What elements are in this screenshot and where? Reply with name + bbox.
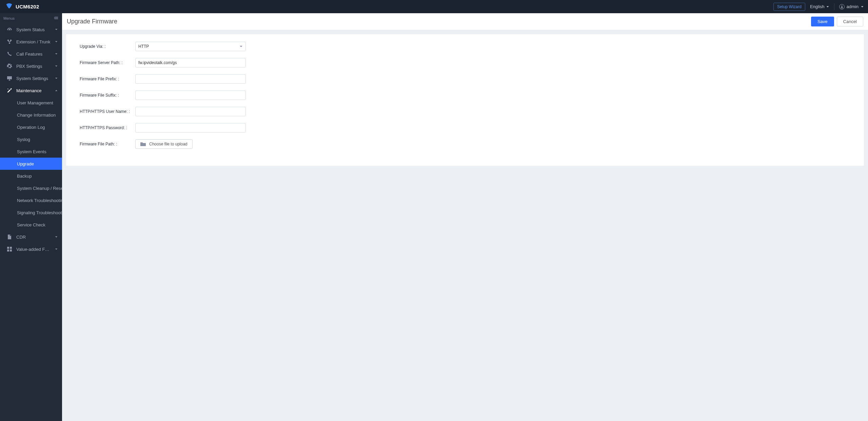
chevron-down-icon — [55, 52, 58, 56]
label-upgrade-via: Upgrade Via: : — [80, 44, 135, 49]
input-server-path[interactable] — [135, 58, 246, 67]
sidebar: Menus System Status Extension / Trunk Ca… — [0, 13, 62, 421]
sidebar-sub-backup[interactable]: Backup — [0, 170, 62, 182]
grid-icon — [7, 246, 12, 252]
sidebar-item-label: Call Features — [16, 52, 51, 57]
chevron-down-icon — [55, 64, 58, 68]
sidebar-sub-syslog[interactable]: Syslog — [0, 133, 62, 145]
chevron-down-icon — [55, 247, 58, 251]
chevron-down-icon — [826, 5, 829, 8]
chevron-down-icon — [55, 235, 58, 239]
network-icon — [7, 39, 12, 44]
label-file-prefix: Firmware File Prefix: : — [80, 77, 135, 81]
chevron-down-icon — [55, 28, 58, 31]
folder-icon — [140, 142, 146, 146]
sidebar-item-value-added[interactable]: Value-added Features — [0, 243, 62, 255]
chevron-down-icon — [861, 5, 864, 8]
sidebar-sub-network-troubleshoot[interactable]: Network Troubleshooting — [0, 194, 62, 206]
sidebar-sub-service-check[interactable]: Service Check — [0, 219, 62, 231]
sidebar-item-maintenance[interactable]: Maintenance — [0, 84, 62, 97]
sidebar-sub-operation-log[interactable]: Operation Log — [0, 121, 62, 133]
setup-wizard-button[interactable]: Setup Wizard — [773, 3, 805, 11]
sidebar-item-label: Extension / Trunk — [16, 39, 51, 44]
chevron-up-icon — [55, 89, 58, 92]
sidebar-item-label: System Status — [16, 27, 51, 32]
sidebar-item-pbx-settings[interactable]: PBX Settings — [0, 60, 62, 72]
sidebar-sub-signaling-troubleshoot[interactable]: Signaling Troubleshooting — [0, 206, 62, 219]
sidebar-sub-change-information[interactable]: Change Information — [0, 109, 62, 121]
label-file-path: Firmware File Path: : — [80, 142, 135, 146]
sidebar-sub-upgrade[interactable]: Upgrade — [0, 158, 62, 170]
label-server-path: Firmware Server Path: : — [80, 60, 135, 65]
user-name: admin — [847, 4, 859, 9]
sidebar-item-cdr[interactable]: CDR — [0, 231, 62, 243]
sidebar-item-label: CDR — [16, 235, 51, 240]
user-menu[interactable]: admin — [839, 4, 864, 9]
svg-point-0 — [841, 5, 843, 7]
chevron-down-icon — [55, 77, 58, 80]
input-file-prefix[interactable] — [135, 74, 246, 84]
sidebar-item-extension-trunk[interactable]: Extension / Trunk — [0, 36, 62, 48]
logo-area: UCM6202 — [5, 2, 39, 11]
language-label: English — [810, 4, 825, 9]
input-http-user[interactable] — [135, 107, 246, 116]
input-file-suffix[interactable] — [135, 91, 246, 100]
input-http-password[interactable] — [135, 123, 246, 133]
sidebar-item-system-status[interactable]: System Status — [0, 23, 62, 36]
brand-logo-icon — [5, 2, 13, 11]
gauge-icon — [7, 27, 12, 32]
sidebar-sub-system-events[interactable]: System Events — [0, 145, 62, 158]
file-icon — [7, 234, 12, 240]
page-header: Upgrade Firmware Save Cancel — [62, 13, 868, 30]
sidebar-item-label: Maintenance — [16, 88, 51, 93]
sidebar-item-label: PBX Settings — [16, 64, 51, 69]
language-selector[interactable]: English — [810, 4, 829, 9]
wrench-icon — [7, 88, 12, 93]
label-http-password: HTTP/HTTPS Password: : — [80, 125, 135, 130]
label-file-suffix: Firmware File Suffix: : — [80, 93, 135, 98]
sidebar-sub-user-management[interactable]: User Management — [0, 97, 62, 109]
sidebar-item-label: System Settings — [16, 76, 51, 81]
page-title: Upgrade Firmware — [67, 18, 117, 25]
sidebar-item-label: Value-added Features — [16, 247, 51, 252]
product-name: UCM6202 — [16, 4, 39, 9]
sidebar-header: Menus — [0, 13, 62, 23]
label-http-user: HTTP/HTTPS User Name: : — [80, 109, 135, 114]
sidebar-item-call-features[interactable]: Call Features — [0, 48, 62, 60]
sidebar-item-system-settings[interactable]: System Settings — [0, 72, 62, 84]
chevron-down-icon — [55, 40, 58, 43]
phone-icon — [7, 51, 12, 57]
save-button[interactable]: Save — [811, 17, 834, 26]
select-upgrade-via-value[interactable] — [135, 42, 246, 51]
monitor-icon — [7, 76, 12, 81]
collapse-sidebar-icon[interactable] — [54, 16, 59, 21]
form-panel: Upgrade Via: : Firmware Server Path: : F… — [66, 34, 864, 166]
header-divider — [834, 3, 834, 10]
choose-file-button[interactable]: Choose file to upload — [135, 139, 193, 149]
cancel-button[interactable]: Cancel — [837, 17, 863, 26]
gear-icon — [7, 63, 12, 69]
choose-file-label: Choose file to upload — [149, 142, 188, 146]
sidebar-sub-system-cleanup[interactable]: System Cleanup / Reset — [0, 182, 62, 194]
select-upgrade-via[interactable] — [135, 42, 246, 51]
menus-label: Menus — [3, 16, 15, 20]
avatar-icon — [839, 4, 845, 9]
top-header: UCM6202 Setup Wizard English admin — [0, 0, 868, 13]
